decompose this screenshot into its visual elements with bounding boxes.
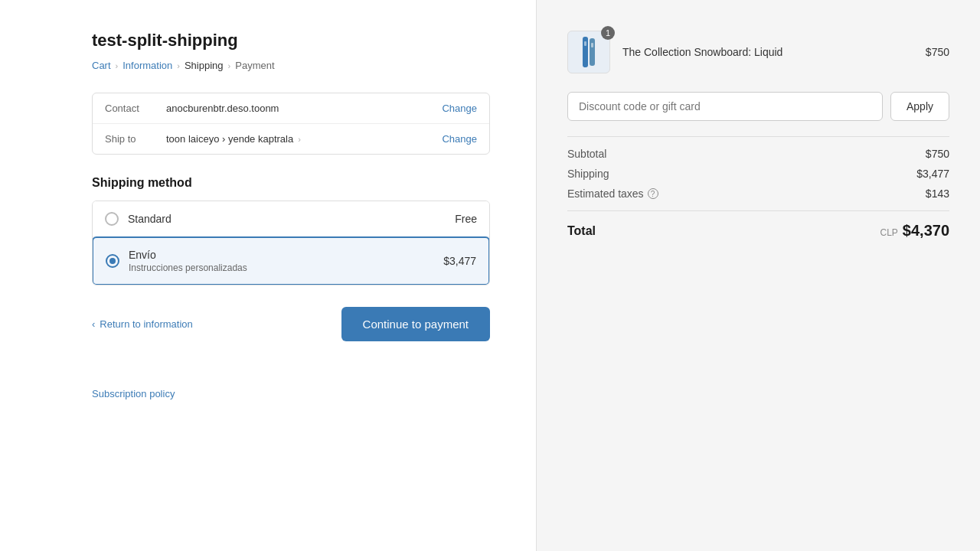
breadcrumb-information[interactable]: Information [122,60,172,71]
breadcrumb-shipping: Shipping [185,60,224,71]
total-value: CLP $4,370 [880,222,949,240]
right-panel: 1 The Collection Snowboard: Liquid $750 … [536,0,980,551]
apply-button[interactable]: Apply [890,92,949,121]
info-card: Contact anocburenbtr.deso.toonm Change S… [92,93,490,155]
shipping-option-envio-name: Envío [129,249,443,261]
total-row: Total CLP $4,370 [567,222,949,240]
return-link[interactable]: ‹ Return to information [92,318,193,330]
ship-to-value: toon laiceyo › yende kaptrala › [166,133,442,145]
svg-rect-1 [590,38,595,66]
breadcrumb: Cart › Information › Shipping › Payment [92,60,490,71]
return-label: Return to information [100,318,192,330]
contact-label: Contact [105,103,166,114]
shipping-method-title: Shipping method [92,176,490,190]
breadcrumb-payment: Payment [235,60,274,71]
radio-envio [106,254,119,268]
svg-rect-3 [591,43,593,47]
shipping-options: Standard Free Envío Instrucciones person… [92,201,490,285]
shipping-value: $3,477 [916,168,949,180]
total-currency: CLP [880,227,897,238]
ship-to-chevron: › [298,135,301,144]
breadcrumb-sep-2: › [177,61,180,70]
product-image-wrap: 1 [567,31,610,73]
left-panel: test-split-shipping Cart › Information ›… [0,0,536,551]
breadcrumb-sep-1: › [116,61,119,70]
subtotal-label: Subtotal [567,148,606,160]
continue-button[interactable]: Continue to payment [341,307,490,341]
shipping-option-envio-price: $3,477 [443,255,476,267]
contact-row: Contact anocburenbtr.deso.toonm Change [93,93,489,124]
return-chevron: ‹ [92,318,95,330]
ship-to-change[interactable]: Change [442,133,477,145]
taxes-label: Estimated taxes ? [567,187,658,200]
subscription-policy-link[interactable]: Subscription policy [92,388,175,399]
total-label: Total [567,224,596,238]
product-info: The Collection Snowboard: Liquid [622,46,913,58]
product-price: $750 [926,46,949,58]
shipping-option-standard-name: Standard [128,213,455,225]
subtotal-row: Subtotal $750 [567,148,949,160]
taxes-row: Estimated taxes ? $143 [567,187,949,200]
contact-value: anocburenbtr.deso.toonm [166,103,442,114]
product-item: 1 The Collection Snowboard: Liquid $750 [567,31,949,73]
discount-input[interactable] [567,92,883,121]
svg-rect-2 [584,41,586,46]
divider-bottom [567,210,949,211]
taxes-info-icon[interactable]: ? [648,188,658,199]
divider-top [567,136,949,137]
breadcrumb-sep-3: › [228,61,231,70]
product-badge: 1 [601,26,615,40]
shipping-option-envio-content: Envío Instrucciones personalizadas [129,249,443,273]
shipping-label: Shipping [567,168,609,180]
contact-change[interactable]: Change [442,103,477,114]
shipping-option-envio[interactable]: Envío Instrucciones personalizadas $3,47… [92,236,490,285]
radio-standard [105,212,119,226]
product-image-svg [577,35,601,69]
total-amount: $4,370 [903,222,949,240]
shipping-option-standard-price: Free [455,213,477,225]
store-title: test-split-shipping [92,31,490,51]
shipping-option-standard[interactable]: Standard Free [93,201,489,237]
shipping-row: Shipping $3,477 [567,168,949,180]
breadcrumb-cart[interactable]: Cart [92,60,111,71]
product-name: The Collection Snowboard: Liquid [622,46,913,58]
discount-row: Apply [567,92,949,121]
ship-to-row: Ship to toon laiceyo › yende kaptrala › … [93,124,489,154]
nav-buttons: ‹ Return to information Continue to paym… [92,307,490,341]
ship-to-label: Ship to [105,133,166,145]
shipping-option-standard-content: Standard [128,213,455,225]
shipping-option-envio-desc: Instrucciones personalizadas [129,262,443,273]
taxes-value: $143 [926,187,949,200]
subtotal-value: $750 [926,148,949,160]
